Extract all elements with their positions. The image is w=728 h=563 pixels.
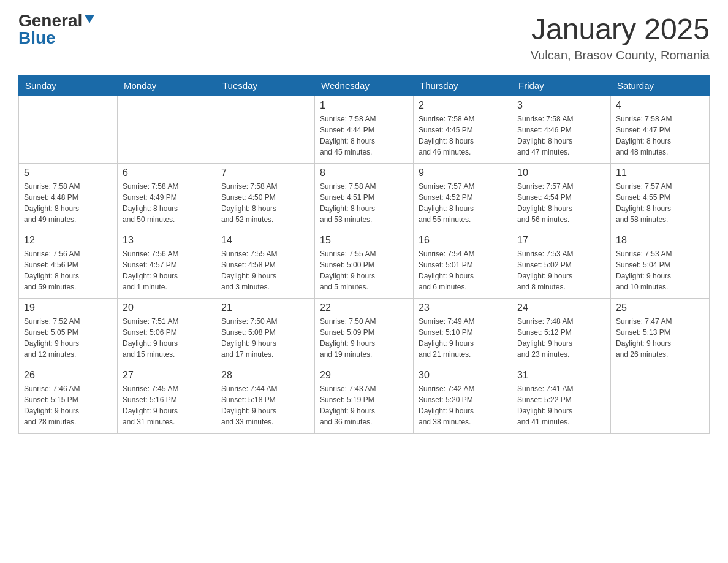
- day-number: 15: [320, 235, 408, 246]
- day-info: Sunrise: 7:58 AM Sunset: 4:51 PM Dayligh…: [320, 181, 408, 225]
- calendar-header-wednesday: Wednesday: [315, 75, 414, 96]
- day-info: Sunrise: 7:58 AM Sunset: 4:44 PM Dayligh…: [320, 113, 408, 158]
- calendar-cell: 30Sunrise: 7:42 AM Sunset: 5:20 PM Dayli…: [414, 366, 512, 434]
- day-number: 31: [517, 370, 605, 381]
- calendar-cell: 27Sunrise: 7:45 AM Sunset: 5:16 PM Dayli…: [118, 366, 216, 434]
- calendar-cell: 5Sunrise: 7:58 AM Sunset: 4:48 PM Daylig…: [19, 164, 118, 231]
- calendar-cell: 6Sunrise: 7:58 AM Sunset: 4:49 PM Daylig…: [118, 164, 216, 231]
- calendar-cell: 8Sunrise: 7:58 AM Sunset: 4:51 PM Daylig…: [315, 164, 414, 231]
- day-number: 17: [517, 235, 605, 246]
- day-number: 7: [221, 167, 309, 178]
- day-info: Sunrise: 7:50 AM Sunset: 5:08 PM Dayligh…: [221, 316, 309, 360]
- calendar-cell: [216, 96, 315, 164]
- day-number: 5: [24, 167, 112, 178]
- day-info: Sunrise: 7:49 AM Sunset: 5:10 PM Dayligh…: [419, 316, 507, 360]
- day-info: Sunrise: 7:50 AM Sunset: 5:09 PM Dayligh…: [320, 316, 408, 360]
- day-number: 8: [320, 167, 408, 178]
- day-number: 10: [517, 167, 605, 178]
- day-number: 1: [320, 100, 408, 111]
- calendar-header-friday: Friday: [512, 75, 611, 96]
- day-number: 11: [616, 167, 704, 178]
- calendar-cell: 17Sunrise: 7:53 AM Sunset: 5:02 PM Dayli…: [512, 231, 611, 299]
- day-info: Sunrise: 7:52 AM Sunset: 5:05 PM Dayligh…: [24, 316, 112, 360]
- day-number: 24: [517, 302, 605, 313]
- day-info: Sunrise: 7:55 AM Sunset: 4:58 PM Dayligh…: [221, 248, 309, 293]
- calendar-cell: 21Sunrise: 7:50 AM Sunset: 5:08 PM Dayli…: [216, 299, 315, 366]
- calendar-header-thursday: Thursday: [414, 75, 512, 96]
- day-info: Sunrise: 7:56 AM Sunset: 4:56 PM Dayligh…: [24, 248, 112, 293]
- month-title: January 2025: [531, 12, 710, 46]
- day-info: Sunrise: 7:42 AM Sunset: 5:20 PM Dayligh…: [419, 383, 507, 427]
- day-info: Sunrise: 7:56 AM Sunset: 4:57 PM Dayligh…: [123, 248, 211, 293]
- day-number: 12: [24, 235, 112, 246]
- day-number: 21: [221, 302, 309, 313]
- day-number: 20: [123, 302, 211, 313]
- calendar-cell: 24Sunrise: 7:48 AM Sunset: 5:12 PM Dayli…: [512, 299, 611, 366]
- day-number: 22: [320, 302, 408, 313]
- day-number: 2: [419, 100, 507, 111]
- day-info: Sunrise: 7:58 AM Sunset: 4:49 PM Dayligh…: [123, 181, 211, 225]
- calendar-cell: 9Sunrise: 7:57 AM Sunset: 4:52 PM Daylig…: [414, 164, 512, 231]
- calendar-cell: 23Sunrise: 7:49 AM Sunset: 5:10 PM Dayli…: [414, 299, 512, 366]
- calendar-cell: 13Sunrise: 7:56 AM Sunset: 4:57 PM Dayli…: [118, 231, 216, 299]
- calendar-week-row: 26Sunrise: 7:46 AM Sunset: 5:15 PM Dayli…: [19, 366, 710, 434]
- calendar-cell: 31Sunrise: 7:41 AM Sunset: 5:22 PM Dayli…: [512, 366, 611, 434]
- day-info: Sunrise: 7:47 AM Sunset: 5:13 PM Dayligh…: [616, 316, 704, 360]
- day-info: Sunrise: 7:54 AM Sunset: 5:01 PM Dayligh…: [419, 248, 507, 293]
- day-info: Sunrise: 7:57 AM Sunset: 4:52 PM Dayligh…: [419, 181, 507, 225]
- day-info: Sunrise: 7:57 AM Sunset: 4:55 PM Dayligh…: [616, 181, 704, 225]
- day-number: 3: [517, 100, 605, 111]
- day-number: 16: [419, 235, 507, 246]
- calendar-cell: 10Sunrise: 7:57 AM Sunset: 4:54 PM Dayli…: [512, 164, 611, 231]
- day-number: 6: [123, 167, 211, 178]
- calendar-header-row: SundayMondayTuesdayWednesdayThursdayFrid…: [19, 75, 710, 96]
- day-info: Sunrise: 7:51 AM Sunset: 5:06 PM Dayligh…: [123, 316, 211, 360]
- calendar-cell: 2Sunrise: 7:58 AM Sunset: 4:45 PM Daylig…: [414, 96, 512, 164]
- location: Vulcan, Brasov County, Romania: [531, 48, 710, 63]
- calendar-table: SundayMondayTuesdayWednesdayThursdayFrid…: [18, 75, 710, 434]
- day-info: Sunrise: 7:55 AM Sunset: 5:00 PM Dayligh…: [320, 248, 408, 293]
- calendar-cell: [19, 96, 118, 164]
- day-info: Sunrise: 7:48 AM Sunset: 5:12 PM Dayligh…: [517, 316, 605, 360]
- day-number: 13: [123, 235, 211, 246]
- title-area: January 2025 Vulcan, Brasov County, Roma…: [531, 12, 710, 63]
- calendar-week-row: 1Sunrise: 7:58 AM Sunset: 4:44 PM Daylig…: [19, 96, 710, 164]
- day-info: Sunrise: 7:57 AM Sunset: 4:54 PM Dayligh…: [517, 181, 605, 225]
- calendar-cell: 1Sunrise: 7:58 AM Sunset: 4:44 PM Daylig…: [315, 96, 414, 164]
- logo-triangle-icon: [85, 15, 94, 23]
- calendar-cell: 26Sunrise: 7:46 AM Sunset: 5:15 PM Dayli…: [19, 366, 118, 434]
- day-info: Sunrise: 7:45 AM Sunset: 5:16 PM Dayligh…: [123, 383, 211, 427]
- day-info: Sunrise: 7:44 AM Sunset: 5:18 PM Dayligh…: [221, 383, 309, 427]
- calendar-cell: 29Sunrise: 7:43 AM Sunset: 5:19 PM Dayli…: [315, 366, 414, 434]
- day-number: 9: [419, 167, 507, 178]
- day-number: 23: [419, 302, 507, 313]
- page-header: General Blue January 2025 Vulcan, Brasov…: [18, 12, 710, 63]
- calendar-cell: 22Sunrise: 7:50 AM Sunset: 5:09 PM Dayli…: [315, 299, 414, 366]
- calendar-cell: 28Sunrise: 7:44 AM Sunset: 5:18 PM Dayli…: [216, 366, 315, 434]
- logo-blue-text: Blue: [18, 29, 56, 47]
- day-number: 26: [24, 370, 112, 381]
- day-info: Sunrise: 7:41 AM Sunset: 5:22 PM Dayligh…: [517, 383, 605, 427]
- day-info: Sunrise: 7:58 AM Sunset: 4:45 PM Dayligh…: [419, 113, 507, 158]
- day-number: 14: [221, 235, 309, 246]
- day-info: Sunrise: 7:58 AM Sunset: 4:50 PM Dayligh…: [221, 181, 309, 225]
- day-number: 4: [616, 100, 704, 111]
- day-info: Sunrise: 7:46 AM Sunset: 5:15 PM Dayligh…: [24, 383, 112, 427]
- day-info: Sunrise: 7:58 AM Sunset: 4:48 PM Dayligh…: [24, 181, 112, 225]
- day-info: Sunrise: 7:53 AM Sunset: 5:04 PM Dayligh…: [616, 248, 704, 293]
- calendar-cell: 16Sunrise: 7:54 AM Sunset: 5:01 PM Dayli…: [414, 231, 512, 299]
- calendar-header-monday: Monday: [118, 75, 216, 96]
- calendar-week-row: 12Sunrise: 7:56 AM Sunset: 4:56 PM Dayli…: [19, 231, 710, 299]
- day-info: Sunrise: 7:58 AM Sunset: 4:46 PM Dayligh…: [517, 113, 605, 158]
- day-info: Sunrise: 7:53 AM Sunset: 5:02 PM Dayligh…: [517, 248, 605, 293]
- calendar-header-sunday: Sunday: [19, 75, 118, 96]
- calendar-week-row: 19Sunrise: 7:52 AM Sunset: 5:05 PM Dayli…: [19, 299, 710, 366]
- day-number: 27: [123, 370, 211, 381]
- calendar-cell: 19Sunrise: 7:52 AM Sunset: 5:05 PM Dayli…: [19, 299, 118, 366]
- day-number: 25: [616, 302, 704, 313]
- calendar-cell: 20Sunrise: 7:51 AM Sunset: 5:06 PM Dayli…: [118, 299, 216, 366]
- day-info: Sunrise: 7:43 AM Sunset: 5:19 PM Dayligh…: [320, 383, 408, 427]
- logo: General Blue: [18, 12, 94, 47]
- calendar-week-row: 5Sunrise: 7:58 AM Sunset: 4:48 PM Daylig…: [19, 164, 710, 231]
- day-number: 18: [616, 235, 704, 246]
